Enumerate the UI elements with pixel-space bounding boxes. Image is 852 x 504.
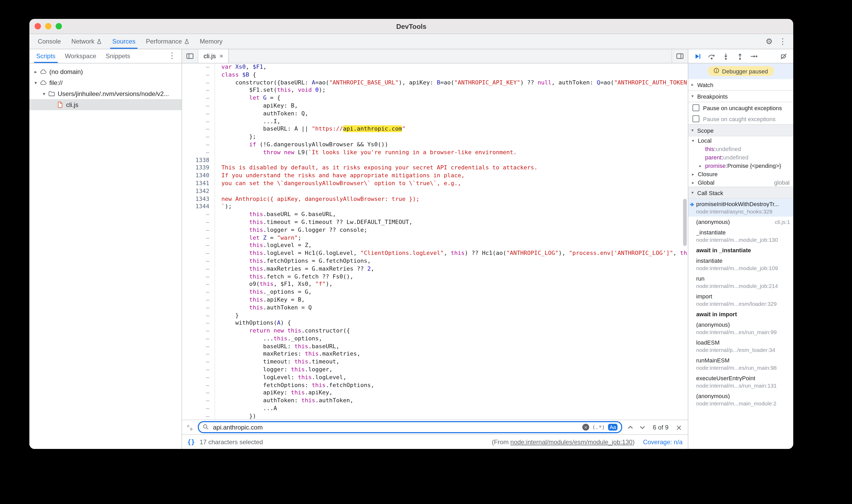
tree-disclosure-icon[interactable]: ▾: [41, 91, 47, 96]
tree-item-cli-js[interactable]: cli.js: [29, 99, 181, 110]
find-input[interactable]: [212, 423, 579, 431]
code-line-text[interactable]: this.timeout = G.timeout ?? Lw.DEFAULT_T…: [215, 219, 413, 227]
watch-section-header[interactable]: ▸ Watch: [688, 79, 793, 91]
code-line-text[interactable]: throw new L9(`It looks like you're runni…: [215, 149, 517, 157]
tab-performance[interactable]: Performance: [141, 34, 194, 49]
code-line-text[interactable]: authToken: Q,: [215, 110, 308, 118]
code-line-text[interactable]: timeout: this.timeout,: [215, 358, 339, 366]
code-line-text[interactable]: }): [215, 413, 256, 419]
code-line-text[interactable]: return new this.constructor({: [215, 327, 350, 335]
gutter-line-number[interactable]: –: [182, 288, 215, 296]
breakpoint-option[interactable]: Pause on caught exceptions: [688, 113, 793, 124]
editor-tab-clijs[interactable]: cli.js ×: [198, 49, 229, 63]
code-line-text[interactable]: this.maxRetries = G.maxRetries ?? 2,: [215, 265, 374, 273]
code-line-text[interactable]: logger: this.logger,: [215, 366, 333, 374]
callstack-frame[interactable]: (anonymous)node:internal/m...es/run_main…: [688, 319, 793, 337]
close-tab-icon[interactable]: ×: [219, 53, 223, 59]
gutter-line-number[interactable]: –: [182, 273, 215, 281]
gutter-line-number[interactable]: –: [182, 296, 215, 304]
callstack-frame[interactable]: instantiatenode:internal/m...module_job:…: [688, 255, 793, 273]
code-line-text[interactable]: this.logger = G.logger ?? console;: [215, 226, 367, 234]
callstack-frame[interactable]: promiseInitHookWithDestroyTr...node:inte…: [688, 199, 793, 217]
code-line-text[interactable]: [215, 157, 221, 164]
pretty-print-button[interactable]: {}: [187, 438, 195, 446]
tab-network[interactable]: Network: [66, 34, 107, 49]
gutter-line-number[interactable]: 1341: [182, 180, 215, 188]
code-line-text[interactable]: fetchOptions: this.fetchOptions,: [215, 381, 374, 390]
code-line-text[interactable]: baseURL: A || "https://api.anthropic.com…: [215, 126, 406, 133]
checkbox-unchecked[interactable]: [693, 115, 699, 122]
find-field[interactable]: × (.*) Aa: [198, 421, 622, 433]
gutter-line-number[interactable]: –: [182, 350, 215, 358]
code-line-text[interactable]: withOptions(A) {: [215, 320, 291, 327]
clear-search-icon[interactable]: ×: [582, 424, 589, 431]
breakpoint-option[interactable]: Pause on uncaught exceptions: [688, 102, 793, 113]
gutter-line-number[interactable]: 1343: [182, 195, 215, 203]
gutter-line-number[interactable]: 1339: [182, 164, 215, 172]
code-line-text[interactable]: apiKey: B,: [215, 102, 298, 110]
gutter-line-number[interactable]: –: [182, 312, 215, 320]
callstack-section-header[interactable]: ▾ Call Stack: [688, 187, 793, 199]
settings-gear-icon[interactable]: ⚙: [763, 35, 776, 48]
code-line-text[interactable]: new Anthropic({ apiKey, dangerouslyAllow…: [215, 195, 420, 203]
breakpoints-section-header[interactable]: ▾ Breakpoints: [688, 91, 793, 102]
callstack-frame[interactable]: (anonymous)cli.js:1: [688, 217, 793, 227]
more-options-kebab-icon[interactable]: ⋮: [777, 35, 789, 48]
gutter-line-number[interactable]: –: [182, 110, 215, 118]
scope-variable[interactable]: parent: undefined: [688, 153, 793, 162]
code-line-text[interactable]: if (!G.dangerouslyAllowBrowser && Ys0()): [215, 141, 388, 149]
code-line-text[interactable]: this.logLevel = Z,: [215, 242, 312, 250]
gutter-line-number[interactable]: –: [182, 358, 215, 366]
match-case-toggle-button[interactable]: Aa: [608, 424, 618, 431]
code-line-text[interactable]: authToken: this.authToken,: [215, 397, 353, 405]
source-origin-link[interactable]: node:internal/modules/esm/module_job:130: [511, 438, 633, 446]
gutter-line-number[interactable]: –: [182, 126, 215, 133]
code-line-text[interactable]: $F1.set(this, void 0);: [215, 87, 325, 95]
tree-item-no-domain[interactable]: ▸(no domain): [29, 66, 181, 77]
code-line-text[interactable]: this.authToken = Q: [215, 304, 312, 312]
gutter-line-number[interactable]: –: [182, 265, 215, 273]
code-line-text[interactable]: constructor({baseURL: A=ao("ANTHROPIC_BA…: [215, 79, 688, 87]
scope-group-local[interactable]: ▾Local: [688, 136, 793, 145]
scope-group-closure[interactable]: ▸Closure: [688, 170, 793, 178]
code-line-text[interactable]: let G = {: [215, 94, 280, 102]
tab-sources[interactable]: Sources: [107, 34, 141, 49]
code-line-text[interactable]: this.fetch = G.fetch ?? Fs0(),: [215, 273, 353, 281]
gutter-line-number[interactable]: –: [182, 250, 215, 257]
gutter-line-number[interactable]: –: [182, 257, 215, 265]
tree-disclosure-icon[interactable]: ▾: [33, 80, 39, 85]
scope-section-header[interactable]: ▾ Scope: [688, 124, 793, 136]
step-out-icon[interactable]: [734, 51, 745, 61]
step-into-icon[interactable]: [720, 51, 731, 61]
gutter-line-number[interactable]: –: [182, 413, 215, 419]
gutter-line-number[interactable]: –: [182, 381, 215, 390]
navigator-tab-snippets[interactable]: Snippets: [101, 49, 135, 63]
tree-item-users-jinhuilee-nvm-versions-node-v2[interactable]: ▾Users/jinhuilee/.nvm/versions/node/v2..…: [29, 88, 181, 99]
code-line-text[interactable]: o9(this, $F1, Xs0, "f"),: [215, 281, 333, 289]
gutter-line-number[interactable]: –: [182, 79, 215, 87]
gutter-line-number[interactable]: –: [182, 102, 215, 110]
callstack-frame[interactable]: _instantiatenode:internal/m...module_job…: [688, 227, 793, 245]
code-line-text[interactable]: }: [215, 312, 239, 320]
callstack-frame[interactable]: executeUserEntryPointnode:internal/m...s…: [688, 373, 793, 391]
code-line-text[interactable]: let Z = "warn";: [215, 234, 301, 242]
gutter-line-number[interactable]: –: [182, 327, 215, 335]
scope-group-global[interactable]: ▸Globalglobal: [688, 178, 793, 187]
gutter-line-number[interactable]: 1342: [182, 188, 215, 196]
close-window-button[interactable]: [35, 23, 41, 29]
tree-disclosure-icon[interactable]: ▸: [33, 69, 39, 74]
navigator-more-kebab-icon[interactable]: ⋮: [166, 49, 181, 62]
navigator-tab-scripts[interactable]: Scripts: [32, 49, 60, 63]
callstack-frame[interactable]: importnode:internal/m...esm/loader:329: [688, 291, 793, 309]
minimize-window-button[interactable]: [45, 23, 51, 29]
code-line-text[interactable]: [215, 188, 221, 196]
code-line-text[interactable]: ...A: [215, 405, 277, 413]
callstack-frame[interactable]: runMainESMnode:internal/m...es/run_main:…: [688, 355, 793, 373]
callstack-frame[interactable]: (anonymous)node:internal/m...main_module…: [688, 391, 793, 409]
code-line-text[interactable]: };: [215, 133, 256, 141]
coverage-link[interactable]: Coverage: n/a: [643, 438, 682, 446]
gutter-line-number[interactable]: –: [182, 234, 215, 242]
deactivate-breakpoints-icon[interactable]: [779, 51, 789, 61]
gutter-line-number[interactable]: –: [182, 219, 215, 227]
code-line-text[interactable]: this.apiKey = B,: [215, 296, 305, 304]
